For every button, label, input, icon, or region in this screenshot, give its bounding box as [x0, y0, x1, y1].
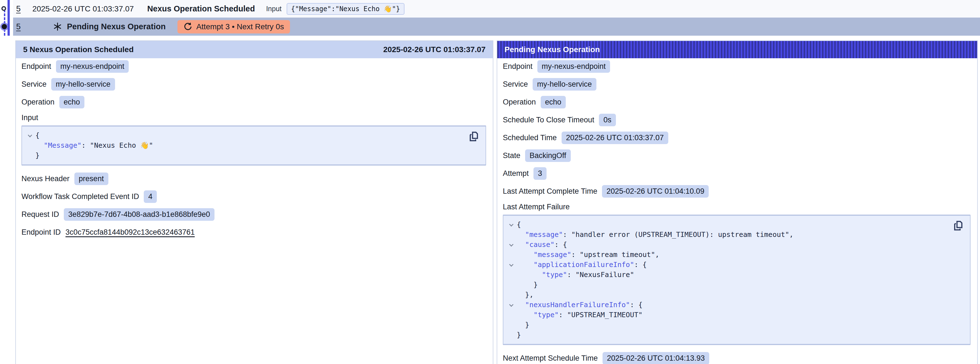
fields-top: Endpointmy-nexus-endpointServicemy-hello…: [503, 60, 970, 198]
code-text: {: [517, 220, 521, 230]
code-line: {: [506, 220, 949, 230]
code-line: "message": "handler error (UPSTREAM_TIME…: [506, 230, 949, 240]
panel-header-scheduled: 5 Nexus Operation Scheduled 2025-02-26 U…: [16, 41, 493, 58]
input-label: Input: [266, 5, 282, 13]
chevron-down-icon[interactable]: [506, 300, 517, 310]
field-value-badge: echo: [541, 96, 566, 109]
retry-badge-label: Attempt 3 • Next Retry 0s: [196, 22, 284, 31]
field-value-badge: echo: [59, 96, 85, 109]
field-row: Endpointmy-nexus-endpoint: [21, 60, 486, 73]
field-row: Operationecho: [21, 96, 486, 109]
failure-code-block: { "message": "handler error (UPSTREAM_TI…: [503, 215, 970, 345]
field-label: Attempt: [503, 169, 529, 178]
field-label: Nexus Header: [21, 174, 70, 183]
gutter-spacer: [24, 140, 35, 150]
field-row: Servicemy-hello-service: [21, 78, 486, 91]
field-value-badge: BackingOff: [525, 149, 571, 162]
fields-top: Endpointmy-nexus-endpointServicemy-hello…: [21, 60, 486, 109]
field-value-badge: my-nexus-endpoint: [56, 60, 129, 73]
field-label: Operation: [503, 98, 536, 107]
chevron-down-icon[interactable]: [506, 260, 517, 270]
copy-icon[interactable]: [468, 131, 480, 144]
code-line: "type": "NexusFailure": [506, 270, 949, 280]
panel-timestamp: 2025-02-26 UTC 01:03:37.07: [383, 45, 485, 54]
gutter-spacer: [506, 320, 517, 330]
field-label: Endpoint: [21, 62, 51, 71]
code-line: "Message": "Nexus Echo 👋": [24, 140, 465, 150]
code-text: "type": "UPSTREAM_TIMEOUT": [517, 310, 643, 320]
chevron-down-icon[interactable]: [506, 220, 517, 230]
code-line: "message": "upstream timeout",: [506, 250, 949, 260]
event-detail-panel-scheduled: 5 Nexus Operation Scheduled 2025-02-26 U…: [15, 40, 493, 364]
code-line: "cause": {: [506, 240, 949, 250]
event-row-nexus-operation-scheduled[interactable]: 5 2025-02-26 UTC 01:03:37.07 Nexus Opera…: [13, 0, 980, 18]
code-text: {: [35, 131, 40, 140]
fields-bottom: Nexus HeaderpresentWorkflow Task Complet…: [21, 172, 486, 239]
event-title: Nexus Operation Scheduled: [147, 4, 255, 13]
event-timestamp: 2025-02-26 UTC 01:03:37.07: [32, 5, 134, 13]
asterisk-icon: [53, 22, 62, 31]
field-label: Next Attempt Schedule Time: [503, 354, 598, 362]
field-row: Workflow Task Completed Event ID4: [21, 190, 486, 203]
field-row: Scheduled Time2025-02-26 UTC 01:03:37.07: [503, 131, 970, 144]
field-label: Schedule To Close Timeout: [503, 116, 594, 124]
code-text: }: [35, 150, 40, 161]
gutter-spacer: [506, 310, 517, 320]
field-row: Schedule To Close Timeout0s: [503, 113, 970, 126]
code-text: },: [517, 290, 533, 300]
field-label: Service: [503, 80, 528, 89]
gutter-spacer: [506, 270, 517, 280]
field-row: Servicemy-hello-service: [503, 78, 970, 91]
event-id-link[interactable]: 5: [16, 22, 21, 31]
field-value-badge: 4: [144, 190, 157, 203]
chevron-down-icon[interactable]: [24, 131, 35, 140]
field-label: Workflow Task Completed Event ID: [21, 192, 139, 201]
field-value-badge: 3: [533, 167, 547, 180]
field-label: State: [503, 151, 520, 160]
field-label: Scheduled Time: [503, 134, 557, 142]
input-section-label: Input: [21, 113, 486, 122]
code-text: "applicationFailureInfo": {: [517, 260, 647, 270]
code-text: }: [517, 280, 538, 290]
field-value-link[interactable]: 3c0c75ccfa8144b092c13ce632463761: [65, 228, 195, 236]
pending-operation-panel: Pending Nexus Operation Endpointmy-nexus…: [497, 40, 978, 364]
event-id-link[interactable]: 5: [16, 4, 21, 13]
code-text: "message": "handler error (UPSTREAM_TIME…: [517, 230, 793, 240]
field-value-badge: 0s: [599, 114, 616, 126]
chevron-down-icon[interactable]: [506, 240, 517, 250]
field-label: Endpoint ID: [21, 228, 61, 236]
code-line: "type": "UPSTREAM_TIMEOUT": [506, 310, 949, 320]
code-line: }: [506, 330, 949, 340]
code-text: "message": "upstream timeout",: [517, 250, 659, 260]
input-preview-chip[interactable]: {"Message":"Nexus Echo 👋"}: [286, 3, 404, 15]
code-text: "Message": "Nexus Echo 👋": [35, 140, 153, 150]
field-label: Request ID: [21, 210, 59, 219]
code-text: }: [517, 320, 529, 330]
code-text: "type": "NexusFailure": [517, 270, 634, 280]
gutter-spacer: [506, 280, 517, 290]
copy-icon[interactable]: [952, 220, 964, 233]
field-value-badge: 2025-02-26 UTC 01:04:13.93: [603, 352, 709, 364]
field-label: Operation: [21, 98, 55, 107]
field-value-badge: present: [75, 172, 108, 185]
field-value-badge: 2025-02-26 UTC 01:04:10.09: [602, 185, 709, 198]
field-label: Endpoint: [503, 62, 533, 71]
code-text: "nexusHandlerFailureInfo": {: [517, 300, 643, 310]
field-value-badge: 3e829b7e-7d67-4b08-aad3-b1e868bfe9e0: [64, 208, 215, 221]
event-row-pending-nexus-operation-selected[interactable]: 5 Pending Nexus Operation Attempt 3 • Ne…: [13, 18, 980, 36]
code-line: }: [506, 320, 949, 330]
field-value-badge: my-nexus-endpoint: [537, 60, 610, 73]
code-line: },: [506, 290, 949, 300]
gutter-spacer: [506, 330, 517, 340]
field-value-badge: my-hello-service: [533, 78, 597, 91]
retry-arrow-icon: [184, 22, 192, 31]
field-row: Nexus Headerpresent: [21, 172, 486, 185]
code-line: "applicationFailureInfo": {: [506, 260, 949, 270]
panel-title: Pending Nexus Operation: [504, 45, 600, 54]
field-row: Endpoint ID3c0c75ccfa8144b092c13ce632463…: [21, 226, 486, 239]
timeline-active-bar: [8, 0, 10, 36]
panel-title: 5 Nexus Operation Scheduled: [23, 45, 134, 54]
code-line: }: [24, 150, 465, 161]
hollow-circle-icon: [2, 6, 6, 11]
panel-header-pending: Pending Nexus Operation: [497, 41, 977, 58]
